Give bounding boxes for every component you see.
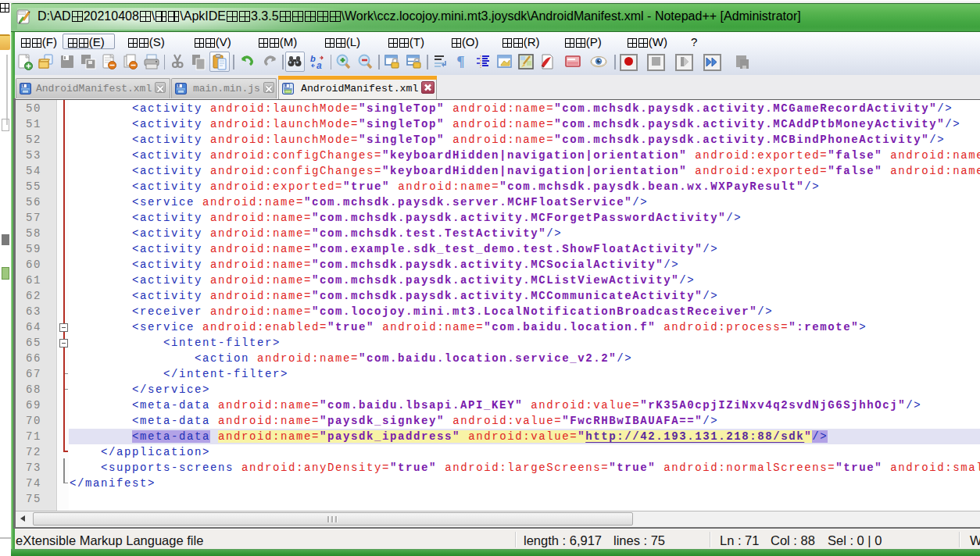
svg-text:b: b	[310, 54, 316, 63]
svg-text:a: a	[317, 60, 322, 71]
